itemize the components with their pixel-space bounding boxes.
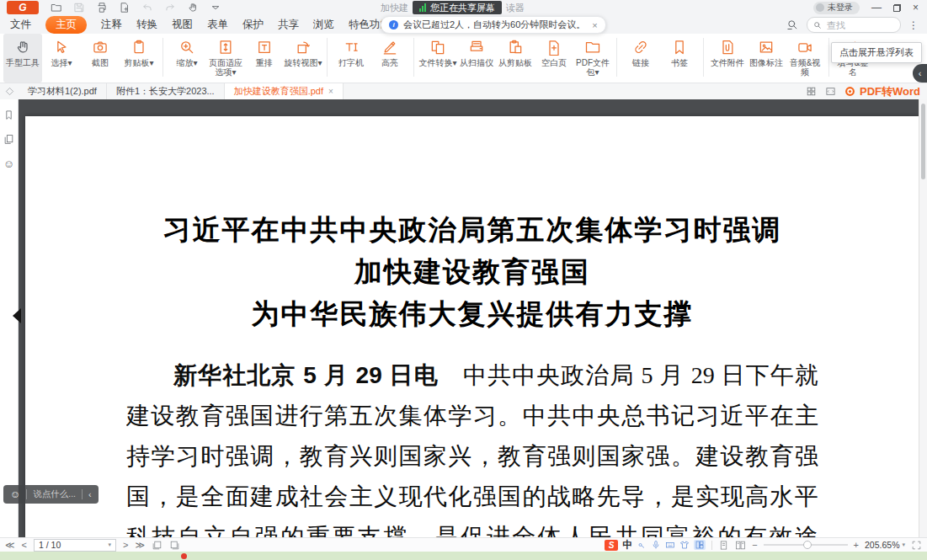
wps-logo-icon[interactable]: G [7, 1, 39, 14]
zoom-button[interactable]: 缩放▾ [168, 34, 206, 83]
user-account-badge[interactable]: 未登录 [813, 2, 860, 14]
bookmarks-panel-icon[interactable] [3, 109, 14, 120]
pdf-package-button[interactable]: PDF文件包▾ [573, 34, 612, 83]
switch-document-icon[interactable] [825, 86, 836, 97]
ribbon-toolbar: 手型工具 选择▾ 截图 剪贴板▾ 缩放▾ 页面适应选项▾ [0, 34, 927, 83]
panel-collapse-arrow-icon[interactable] [13, 308, 21, 323]
minimize-button[interactable]: — [871, 1, 882, 14]
previous-page-icon[interactable]: < [22, 540, 27, 550]
hand-stamp-dropdown-icon[interactable] [187, 2, 199, 13]
typewriter-button[interactable]: 打字机 [332, 34, 370, 83]
blank-page-button[interactable]: 空白页 [535, 34, 573, 83]
ime-toolbox-highlight[interactable] [694, 540, 706, 550]
menu-browse[interactable]: 浏览 [313, 18, 334, 32]
first-page-icon[interactable]: ≪ [5, 540, 15, 551]
info-icon: i [389, 20, 398, 29]
zoom-in-icon[interactable]: + [854, 540, 859, 550]
print-icon[interactable] [96, 2, 108, 13]
title-line-2: 加快建设教育强国 [25, 251, 919, 293]
comments-panel-icon[interactable]: ☺ [3, 158, 14, 169]
attachment-icon [719, 39, 736, 56]
find-tools-icon[interactable] [786, 19, 799, 31]
next-page-icon[interactable]: > [123, 540, 128, 550]
redo-icon[interactable] [164, 2, 176, 13]
window-controls: 未登录 — × [813, 1, 919, 14]
zoom-level-control[interactable]: 205.65% ▾ [865, 540, 905, 550]
audio-video-button[interactable]: 音频&视频 [786, 34, 824, 83]
ribbon-group-view: 缩放▾ 页面适应选项▾ 重排 旋转视图▾ [168, 34, 322, 83]
more-options-icon[interactable]: ⋮ [908, 19, 919, 31]
scanner-icon [468, 39, 485, 56]
ribbon-group-annotate: 打字机 高亮 [332, 34, 409, 83]
file-attachment-button[interactable]: 文件附件 [708, 34, 747, 83]
next-view-icon[interactable] [169, 540, 180, 551]
hand-tool-button[interactable]: 手型工具 [3, 34, 42, 83]
keyboard-icon[interactable] [665, 540, 675, 550]
wps-pdf-app: G 加快建 您正在共享屏幕 读器 未登录 — × [0, 0, 927, 560]
rotate-view-button[interactable]: 旋转视图▾ [284, 34, 322, 83]
link-button[interactable]: 链接 [621, 34, 660, 83]
thumbnails-panel-icon[interactable] [3, 134, 14, 145]
page-indicator-box[interactable]: 1 / 10 ▾ [34, 539, 116, 552]
undo-icon[interactable] [141, 2, 153, 13]
from-scanner-button[interactable]: 从扫描仪 [457, 34, 496, 83]
zoom-out-icon[interactable]: − [752, 540, 757, 550]
vertical-scrollbar[interactable] [919, 99, 927, 537]
tab-study-material[interactable]: 学习材料1(2).pdf [19, 83, 107, 99]
select-button[interactable]: 选择▾ [42, 34, 81, 83]
chat-placeholder[interactable]: 说点什么... [33, 488, 76, 500]
menu-annotate[interactable]: 注释 [101, 18, 122, 32]
menu-view[interactable]: 视图 [172, 18, 193, 32]
page-fit-button[interactable]: 页面适应选项▾ [206, 34, 245, 83]
zoom-slider[interactable] [764, 544, 848, 546]
menu-home[interactable]: 主页 [45, 16, 87, 34]
meeting-chat-pill[interactable]: ☺ 说点什么... ‹ [3, 485, 99, 504]
zoom-level: 205.65% [865, 540, 899, 550]
toast-close-icon[interactable]: × [592, 20, 597, 30]
skin-tshirt-icon[interactable] [679, 540, 690, 550]
menu-form[interactable]: 表单 [207, 18, 228, 32]
fullscreen-icon[interactable] [911, 540, 922, 551]
tab-home-button[interactable] [0, 83, 19, 99]
screenshot-button[interactable]: 截图 [81, 34, 120, 83]
menu-file[interactable]: 文件 [10, 18, 31, 32]
highlight-button[interactable]: 高亮 [370, 34, 409, 83]
search-box[interactable] [807, 17, 901, 33]
clipboard-button[interactable]: 剪贴板▾ [120, 34, 158, 83]
last-page-icon[interactable]: ≫ [135, 540, 145, 551]
customize-toolbar-icon[interactable] [210, 2, 221, 13]
restore-button[interactable] [893, 4, 901, 12]
tab-attachment1[interactable]: 附件1：长安大学2023... [107, 83, 225, 99]
from-clipboard-button[interactable]: 从剪贴板 [496, 34, 535, 83]
pdf-to-word-button[interactable]: PDF转Word [844, 84, 920, 99]
bookmark-button[interactable]: 书签 [660, 34, 699, 83]
menu-share[interactable]: 共享 [278, 18, 299, 32]
image-annotation-button[interactable]: 图像标注 [747, 34, 786, 83]
tab-education-pdf[interactable]: 加快建设教育强国.pdf × [225, 83, 344, 99]
sogou-logo-icon[interactable]: S [605, 540, 618, 551]
collapse-chat-icon[interactable]: ‹ [88, 489, 92, 499]
emoji-icon[interactable]: ☺ [10, 488, 20, 500]
tab-close-icon[interactable]: × [328, 87, 333, 96]
ime-tool-icon[interactable] [637, 540, 647, 550]
ime-mode-toggle[interactable]: 中 [622, 538, 632, 552]
zoom-slider-thumb[interactable] [803, 541, 812, 549]
page-dropdown-caret-icon[interactable]: ▾ [108, 541, 111, 548]
reflow-button[interactable]: 重排 [245, 34, 284, 83]
file-convert-button[interactable]: 文件转换▾ [418, 34, 457, 83]
single-page-view-icon[interactable] [718, 540, 729, 551]
save-icon[interactable] [73, 2, 85, 13]
new-page-icon[interactable] [119, 2, 131, 13]
previous-view-icon[interactable] [152, 540, 162, 551]
search-input[interactable] [825, 19, 882, 31]
scrollbar-thumb[interactable] [921, 104, 925, 179]
menu-convert[interactable]: 转换 [136, 18, 157, 32]
microphone-icon[interactable] [651, 540, 661, 550]
grid-view-icon[interactable] [806, 86, 817, 97]
multi-page-view-icon[interactable] [735, 540, 746, 551]
collapse-panel-handle[interactable]: ‹ [913, 64, 927, 83]
open-folder-icon[interactable] [51, 2, 62, 13]
reflow-icon [256, 39, 273, 56]
close-button[interactable]: × [913, 1, 919, 14]
menu-protect[interactable]: 保护 [242, 18, 264, 32]
